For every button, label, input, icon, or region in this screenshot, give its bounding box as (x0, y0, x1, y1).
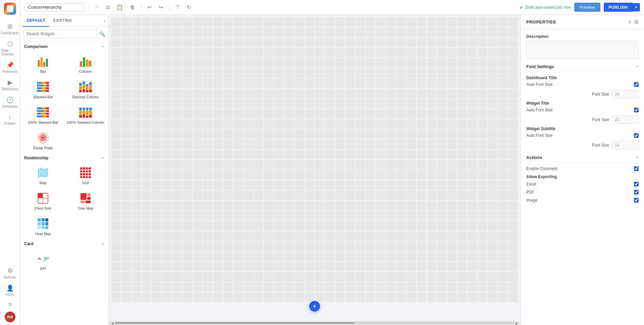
cut-button[interactable]: ✂ (93, 3, 101, 12)
canvas-cell (345, 231, 355, 241)
horizontal-scrollbar[interactable]: ◀ ▶ (109, 321, 521, 325)
canvas-cell (233, 170, 243, 180)
nav-item-publish[interactable]: ↑ Publish (0, 111, 20, 128)
section-collapse-card[interactable]: − (102, 241, 104, 247)
widget-item-tree-map[interactable]: Tree Map (65, 188, 107, 213)
widget-font-size-input[interactable]: 22 (612, 116, 639, 124)
properties-expand-icon[interactable]: » (628, 19, 631, 25)
nav-item-users[interactable]: 👤 Users (0, 282, 20, 299)
widget-item-pivot-grid[interactable]: Pivot Grid (22, 188, 64, 213)
canvas-cell (244, 191, 253, 200)
canvas-cell (305, 292, 314, 302)
canvas-cell (478, 140, 487, 149)
properties-settings-icon[interactable]: ⚙ (634, 19, 639, 25)
widget-item-stacked-column[interactable]: Stacked Column (65, 77, 107, 102)
canvas-cell (458, 191, 467, 200)
preview-button[interactable]: Preview (574, 3, 600, 12)
enable-comment-checkbox[interactable] (634, 166, 639, 171)
widget-item-radar-polar[interactable]: Radar Polar (22, 128, 64, 153)
nav-item-data-sources[interactable]: ⬡ Data Sources (0, 38, 20, 59)
undo-button[interactable]: ↩ (146, 3, 154, 12)
canvas-cell (121, 68, 131, 78)
delete-button[interactable]: 🗑 (128, 3, 137, 12)
canvas-cell (396, 140, 406, 149)
copy-button[interactable]: ⧉ (104, 3, 112, 12)
subtitle-font-size-input[interactable]: 16 (612, 141, 639, 149)
tab-default[interactable]: DEFAULT (23, 15, 49, 27)
pdf-checkbox[interactable] (634, 190, 639, 195)
filter-button[interactable]: ⊤ (173, 3, 182, 12)
refresh-button[interactable]: ↻ (185, 3, 193, 12)
canvas-cell (223, 180, 233, 190)
nav-item-settings[interactable]: ⚙ Settings (0, 264, 20, 282)
canvas-cell (213, 119, 223, 129)
publish-button[interactable]: PUBLISH (604, 3, 632, 12)
actions-collapse[interactable]: − (636, 155, 639, 160)
tab-existing[interactable]: EXISTING (49, 15, 76, 27)
canvas-cell (478, 48, 487, 57)
canvas-cell (315, 109, 324, 118)
canvas-cell (468, 272, 477, 281)
widget-auto-font-label: Auto Font Size (526, 108, 553, 112)
subtitle-auto-font-checkbox[interactable] (634, 133, 639, 138)
font-settings-collapse[interactable]: − (636, 64, 639, 69)
canvas-cell (468, 129, 477, 139)
widget-panel: DEFAULT EXISTING ‹ 🔍 Comparison − (20, 15, 109, 325)
search-input[interactable] (23, 30, 97, 38)
canvas-cell (182, 119, 192, 129)
nav-item-dashboards[interactable]: ⊞ Dashboards (0, 20, 20, 38)
canvas-cell (335, 252, 345, 261)
widget-item-100-stacked-column[interactable]: 100% Stacked Column (65, 102, 107, 127)
canvas-cell (213, 272, 223, 281)
canvas-cell (488, 231, 497, 241)
section-collapse-relationship[interactable]: − (102, 155, 104, 161)
add-widget-button[interactable]: + (309, 301, 320, 312)
description-input[interactable] (526, 41, 639, 58)
canvas-cell (172, 68, 182, 78)
canvas-area[interactable]: + ◀ ▶ (109, 15, 521, 325)
scroll-left-arrow[interactable]: ◀ (110, 321, 115, 325)
canvas-cell (254, 78, 263, 88)
nav-item-slideshows[interactable]: ▶ Slideshows (0, 76, 20, 94)
canvas-cell (386, 241, 395, 251)
canvas-cell (294, 252, 304, 261)
nav-item-schedules[interactable]: 🕐 Schedules (0, 94, 20, 111)
canvas-cell (315, 17, 324, 27)
nav-item-pinboards[interactable]: 📌 Pinboards (0, 59, 20, 76)
canvas-cell (274, 68, 284, 78)
canvas-cell (213, 58, 223, 67)
widget-item-heat-map[interactable]: Heat Map (22, 214, 64, 238)
paste-button[interactable]: 📋 (114, 3, 125, 12)
panel-collapse-button[interactable]: ‹ (104, 18, 106, 24)
canvas-cell (345, 252, 355, 261)
canvas-cell (488, 119, 497, 129)
publish-dropdown-button[interactable]: ▾ (632, 3, 640, 11)
scroll-right-arrow[interactable]: ▶ (515, 321, 519, 325)
canvas-cell (284, 211, 294, 220)
user-avatar[interactable]: RM (5, 312, 15, 322)
dashboard-font-size-input[interactable]: 20 (612, 90, 639, 98)
widget-auto-font-checkbox[interactable] (634, 108, 639, 112)
widget-item-column[interactable]: Column (65, 51, 107, 76)
nav-item-help[interactable]: ? (0, 299, 20, 312)
canvas-cell (223, 28, 233, 37)
stacked-column-label: Stacked Column (72, 95, 99, 99)
canvas-cell (488, 211, 497, 220)
widget-item-100-stacked-bar[interactable]: 100% Stacked Bar (22, 102, 64, 127)
excel-checkbox[interactable] (634, 182, 639, 186)
canvas-cell (478, 191, 487, 200)
widget-item-kpi[interactable]: 50% KPI (22, 249, 64, 273)
widget-item-stacked-bar[interactable]: Stacked Bar (22, 77, 64, 102)
canvas-cell (264, 119, 273, 129)
widget-item-grid[interactable]: Grid (65, 163, 107, 187)
image-checkbox[interactable] (634, 198, 639, 203)
app-logo[interactable] (4, 3, 16, 15)
dashboard-name-input[interactable]: CustomHierarchy (24, 3, 85, 11)
widget-item-map[interactable]: Map (22, 163, 64, 187)
redo-button[interactable]: ↪ (157, 3, 165, 12)
canvas-cell (233, 282, 243, 292)
dashboard-auto-font-checkbox[interactable] (634, 82, 639, 87)
widget-item-bar[interactable]: Bar (22, 51, 64, 76)
section-collapse-comparison[interactable]: − (102, 44, 104, 49)
canvas-cell (458, 89, 467, 98)
